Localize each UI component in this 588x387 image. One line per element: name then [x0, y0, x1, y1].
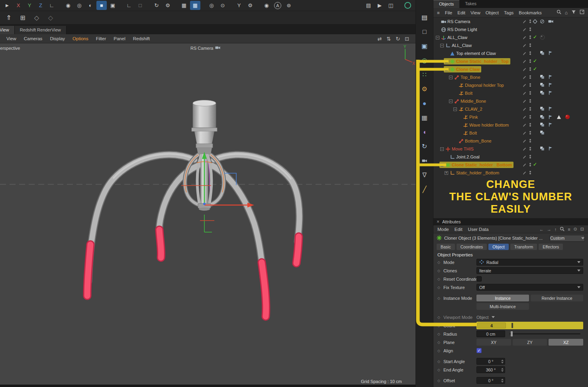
tree-row-static-holder-bottom[interactable]: +Static_holder _Bottom — [433, 169, 588, 177]
tree-row-wave-holder-bottom[interactable]: Wave holder Bottom — [433, 121, 588, 129]
visibility-dots[interactable] — [529, 59, 531, 63]
expander-minus-icon[interactable]: − — [440, 44, 444, 47]
close-icon[interactable]: × — [437, 219, 439, 225]
visibility-dots[interactable] — [529, 123, 531, 127]
tree-row-rs-dome-light[interactable]: RS Dome Light — [433, 25, 588, 33]
flag-icon[interactable] — [548, 115, 553, 120]
edit-toggle-icon[interactable] — [523, 67, 527, 72]
lamp-icon[interactable]: ⊚ — [284, 1, 294, 10]
object-entry[interactable]: −ALL_Claw — [435, 34, 469, 41]
visibility-dots[interactable] — [529, 154, 531, 159]
gear-cycle-icon[interactable]: ⚙ — [163, 1, 173, 10]
object-entry[interactable]: −Move THIS — [439, 146, 475, 152]
attr-tab-object[interactable]: Object — [488, 244, 508, 250]
expander-minus-icon[interactable]: − — [449, 76, 453, 79]
pen-strip-icon[interactable]: ╱ — [418, 183, 431, 195]
enabled-check-icon[interactable]: ✓ — [533, 34, 537, 40]
rotate-ring-icon[interactable]: ↻ — [418, 140, 431, 152]
tree-row-claw-2[interactable]: −CLAW_2 — [433, 105, 588, 113]
viewport-tab-redshift-renderview[interactable]: Redshift RenderView — [15, 26, 67, 34]
tree-row-move-this[interactable]: −Move THIS — [433, 145, 588, 153]
attr-menu-mode[interactable]: Mode — [437, 227, 449, 232]
visibility-dots[interactable] — [529, 27, 531, 31]
visibility-dots[interactable] — [529, 147, 531, 151]
forward-icon[interactable]: → — [547, 227, 551, 232]
edit-toggle-icon[interactable] — [523, 139, 527, 144]
visibility-dots[interactable] — [529, 35, 531, 39]
dropdown-fix-texture[interactable]: Off — [476, 284, 583, 291]
edit-toggle-icon[interactable] — [523, 27, 527, 32]
spheredark-icon[interactable] — [540, 35, 545, 41]
render-settings-icon[interactable]: ◐ — [85, 1, 96, 10]
layer-icon[interactable] — [540, 115, 545, 120]
tree-row-bolt[interactable]: Bolt — [433, 129, 588, 137]
spherered-icon[interactable] — [565, 114, 570, 120]
annotation-a-icon[interactable]: A — [274, 2, 281, 9]
visibility-dots[interactable] — [529, 91, 531, 95]
magnet-icon[interactable]: ◖ — [418, 126, 431, 138]
selection-box-icon[interactable]: □ — [418, 25, 431, 38]
tree-row-clone-static-holder-bottom[interactable]: −Clone Static_holder _Bottom✓ — [433, 161, 588, 169]
tab-takes[interactable]: Takes — [459, 0, 482, 8]
slider-handle[interactable] — [512, 323, 513, 328]
keyframe-diamond-icon[interactable]: ◇ — [437, 379, 443, 383]
object-entry[interactable]: Wave holder Bottom — [457, 122, 510, 128]
dropdown-mode[interactable]: Radial — [476, 259, 583, 266]
flag-icon[interactable] — [548, 51, 553, 56]
dolly-icon[interactable]: ⇅ — [386, 36, 391, 42]
back-icon[interactable]: ← — [539, 227, 544, 232]
viewport-menu-panel[interactable]: Panel — [114, 36, 125, 41]
keyframe-diamond-icon[interactable]: ◇ — [437, 285, 443, 289]
popout-icon[interactable]: ⊡ — [580, 227, 584, 232]
dropdown-clones[interactable]: Iterate — [476, 267, 583, 274]
flag-icon[interactable] — [548, 82, 553, 88]
flag-icon[interactable] — [548, 146, 553, 152]
flag-icon[interactable] — [548, 106, 553, 112]
panel-menu-icon[interactable]: ≡ — [437, 10, 440, 15]
edit-toggle-icon[interactable] — [523, 163, 527, 168]
maximize-view-icon[interactable]: ⊡ — [405, 36, 409, 42]
om-menu-view[interactable]: View — [470, 10, 480, 15]
primitive-cube-icon[interactable]: ■ — [96, 1, 107, 10]
tree-row-middle-bone[interactable]: −Middle_Bone — [433, 97, 588, 105]
tree-row-clone-static-holder-top[interactable]: +Clone Static_holder _Top✓ — [433, 57, 588, 65]
expander-minus-icon[interactable]: − — [453, 108, 457, 111]
grid-icon[interactable]: ▦ — [179, 1, 189, 10]
om-menu-edit[interactable]: Edit — [457, 10, 465, 15]
keyframe-diamond-icon[interactable]: ◇ — [437, 269, 443, 273]
keyframe-diamond-icon[interactable]: ◇ — [437, 340, 443, 344]
om-menu-file[interactable]: File — [445, 10, 453, 15]
enabled-check-icon[interactable]: ✓ — [533, 66, 537, 72]
viewport-menu-redshift[interactable]: Redshift — [133, 36, 150, 41]
om-menu-bookmarks[interactable]: Bookmarks — [519, 10, 542, 15]
up-icon[interactable]: ↑ — [555, 227, 557, 232]
interactive-render-icon[interactable] — [404, 2, 411, 9]
render-view-icon[interactable]: ◉ — [63, 1, 73, 10]
edit-toggle-icon[interactable] — [523, 107, 527, 112]
home-icon[interactable]: ⌂ — [565, 10, 568, 16]
filter-menu-icon[interactable]: ≡ — [568, 227, 570, 232]
layer-icon[interactable] — [540, 90, 545, 96]
button-multi-instance[interactable]: Multi-Instance — [476, 303, 529, 310]
visibility-dots[interactable] — [529, 107, 531, 111]
camera-link-icon[interactable] — [215, 45, 220, 51]
object-entry[interactable]: −Top_Bone — [448, 74, 482, 80]
edit-toggle-icon[interactable] — [523, 51, 527, 56]
camera-icon[interactable] — [548, 19, 553, 25]
expander-plus-icon[interactable]: + — [445, 60, 448, 63]
expander-minus-icon[interactable]: − — [445, 68, 448, 71]
layer-icon[interactable] — [540, 130, 545, 136]
camera-strip-icon[interactable] — [418, 154, 431, 167]
attr-tab-coordinates[interactable]: Coordinates — [457, 244, 487, 250]
search-icon[interactable] — [560, 227, 564, 232]
number-field[interactable]: 0 ° — [476, 358, 505, 365]
visibility-dots[interactable] — [529, 115, 531, 119]
dropdown-viewport-mode[interactable]: Object — [476, 315, 583, 320]
viewport-menu-options[interactable]: Options — [73, 36, 88, 41]
coord-system-icon[interactable]: ∟ — [47, 1, 57, 10]
attr-tab-effectors[interactable]: Effectors — [539, 244, 563, 250]
edit-toggle-icon[interactable] — [523, 59, 527, 64]
expander-minus-icon[interactable]: − — [440, 163, 444, 167]
flag-icon[interactable] — [548, 90, 553, 96]
tree-row-top-bone[interactable]: −Top_Bone — [433, 73, 588, 81]
